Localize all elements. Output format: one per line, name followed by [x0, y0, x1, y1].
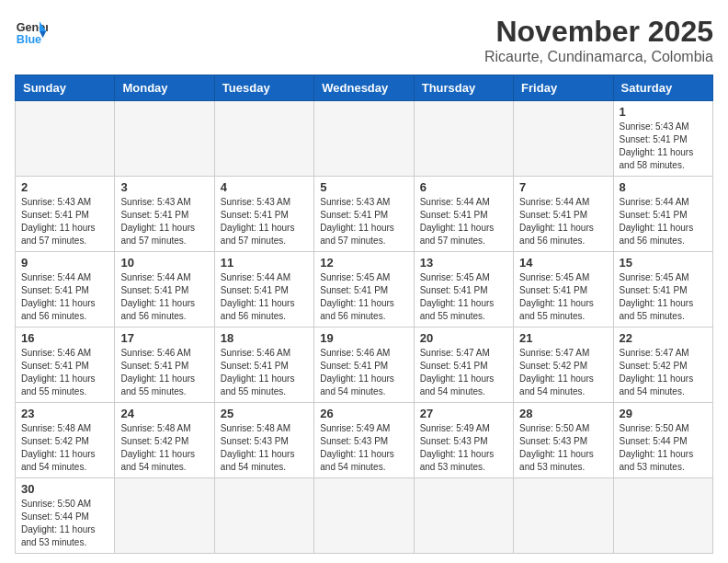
day-info: Sunrise: 5:44 AM Sunset: 5:41 PM Dayligh… [221, 271, 308, 323]
table-row [214, 478, 313, 554]
table-row: 6Sunrise: 5:44 AM Sunset: 5:41 PM Daylig… [414, 177, 513, 252]
header-monday: Monday [115, 75, 214, 101]
title-area: November 2025 Ricaurte, Cundinamarca, Co… [484, 15, 713, 65]
day-info: Sunrise: 5:48 AM Sunset: 5:43 PM Dayligh… [221, 422, 308, 474]
day-info: Sunrise: 5:44 AM Sunset: 5:41 PM Dayligh… [420, 196, 507, 247]
day-info: Sunrise: 5:48 AM Sunset: 5:42 PM Dayligh… [120, 422, 208, 474]
table-row [214, 101, 313, 177]
header-wednesday: Wednesday [314, 75, 414, 101]
month-title: November 2025 [484, 15, 713, 49]
table-row [414, 478, 513, 554]
header-saturday: Saturday [613, 75, 712, 101]
day-info: Sunrise: 5:48 AM Sunset: 5:42 PM Dayligh… [21, 422, 108, 474]
day-number: 2 [21, 180, 108, 194]
day-number: 12 [320, 256, 407, 270]
calendar-week-row: 16Sunrise: 5:46 AM Sunset: 5:41 PM Dayli… [16, 327, 713, 403]
day-number: 9 [21, 256, 108, 270]
table-row: 18Sunrise: 5:46 AM Sunset: 5:41 PM Dayli… [214, 327, 313, 403]
day-number: 30 [21, 482, 108, 496]
day-number: 1 [620, 105, 707, 119]
day-number: 6 [420, 180, 507, 194]
day-info: Sunrise: 5:46 AM Sunset: 5:41 PM Dayligh… [21, 347, 108, 398]
table-row [115, 101, 214, 177]
table-row: 3Sunrise: 5:43 AM Sunset: 5:41 PM Daylig… [115, 177, 214, 252]
day-number: 5 [320, 180, 407, 194]
location: Ricaurte, Cundinamarca, Colombia [484, 49, 713, 65]
day-info: Sunrise: 5:43 AM Sunset: 5:41 PM Dayligh… [120, 196, 208, 247]
day-info: Sunrise: 5:50 AM Sunset: 5:43 PM Dayligh… [519, 422, 607, 474]
day-number: 21 [519, 331, 607, 345]
table-row: 24Sunrise: 5:48 AM Sunset: 5:42 PM Dayli… [115, 403, 214, 478]
table-row: 10Sunrise: 5:44 AM Sunset: 5:41 PM Dayli… [115, 252, 214, 327]
day-info: Sunrise: 5:46 AM Sunset: 5:41 PM Dayligh… [221, 347, 308, 398]
logo: General Blue [15, 15, 48, 48]
day-number: 18 [221, 331, 308, 345]
day-info: Sunrise: 5:45 AM Sunset: 5:41 PM Dayligh… [620, 271, 707, 323]
day-info: Sunrise: 5:49 AM Sunset: 5:43 PM Dayligh… [420, 422, 507, 474]
day-number: 24 [120, 407, 208, 420]
table-row: 9Sunrise: 5:44 AM Sunset: 5:41 PM Daylig… [16, 252, 115, 327]
logo-icon: General Blue [15, 15, 48, 48]
calendar-week-row: 30Sunrise: 5:50 AM Sunset: 5:44 PM Dayli… [16, 478, 713, 554]
day-number: 7 [519, 180, 607, 194]
day-number: 14 [519, 256, 607, 270]
table-row: 22Sunrise: 5:47 AM Sunset: 5:42 PM Dayli… [613, 327, 712, 403]
table-row: 12Sunrise: 5:45 AM Sunset: 5:41 PM Dayli… [314, 252, 414, 327]
header-sunday: Sunday [16, 75, 115, 101]
day-info: Sunrise: 5:44 AM Sunset: 5:41 PM Dayligh… [519, 196, 607, 247]
table-row [115, 478, 214, 554]
day-number: 8 [620, 180, 707, 194]
table-row: 5Sunrise: 5:43 AM Sunset: 5:41 PM Daylig… [314, 177, 414, 252]
day-info: Sunrise: 5:46 AM Sunset: 5:41 PM Dayligh… [120, 347, 208, 398]
header-thursday: Thursday [414, 75, 513, 101]
day-number: 28 [519, 407, 607, 420]
calendar-week-row: 23Sunrise: 5:48 AM Sunset: 5:42 PM Dayli… [16, 403, 713, 478]
page-header: General Blue November 2025 Ricaurte, Cun… [15, 15, 713, 65]
table-row: 21Sunrise: 5:47 AM Sunset: 5:42 PM Dayli… [514, 327, 613, 403]
header-tuesday: Tuesday [214, 75, 313, 101]
day-info: Sunrise: 5:44 AM Sunset: 5:41 PM Dayligh… [120, 271, 208, 323]
day-info: Sunrise: 5:44 AM Sunset: 5:41 PM Dayligh… [21, 271, 108, 323]
day-number: 25 [221, 407, 308, 420]
day-number: 3 [120, 180, 208, 194]
table-row: 17Sunrise: 5:46 AM Sunset: 5:41 PM Dayli… [115, 327, 214, 403]
day-number: 20 [420, 331, 507, 345]
svg-text:Blue: Blue [17, 33, 41, 46]
table-row: 11Sunrise: 5:44 AM Sunset: 5:41 PM Dayli… [214, 252, 313, 327]
calendar-week-row: 1Sunrise: 5:43 AM Sunset: 5:41 PM Daylig… [16, 101, 713, 177]
day-info: Sunrise: 5:45 AM Sunset: 5:41 PM Dayligh… [320, 271, 407, 323]
day-number: 17 [120, 331, 208, 345]
day-info: Sunrise: 5:46 AM Sunset: 5:41 PM Dayligh… [320, 347, 407, 398]
table-row: 15Sunrise: 5:45 AM Sunset: 5:41 PM Dayli… [613, 252, 712, 327]
table-row [613, 478, 712, 554]
table-row: 26Sunrise: 5:49 AM Sunset: 5:43 PM Dayli… [314, 403, 414, 478]
day-number: 23 [21, 407, 108, 420]
calendar-week-row: 9Sunrise: 5:44 AM Sunset: 5:41 PM Daylig… [16, 252, 713, 327]
day-info: Sunrise: 5:49 AM Sunset: 5:43 PM Dayligh… [320, 422, 407, 474]
day-info: Sunrise: 5:45 AM Sunset: 5:41 PM Dayligh… [420, 271, 507, 323]
header-friday: Friday [514, 75, 613, 101]
day-info: Sunrise: 5:43 AM Sunset: 5:41 PM Dayligh… [320, 196, 407, 247]
day-info: Sunrise: 5:44 AM Sunset: 5:41 PM Dayligh… [620, 196, 707, 247]
table-row: 1Sunrise: 5:43 AM Sunset: 5:41 PM Daylig… [613, 101, 712, 177]
table-row: 20Sunrise: 5:47 AM Sunset: 5:41 PM Dayli… [414, 327, 513, 403]
day-number: 29 [620, 407, 707, 420]
day-number: 19 [320, 331, 407, 345]
table-row: 29Sunrise: 5:50 AM Sunset: 5:44 PM Dayli… [613, 403, 712, 478]
day-info: Sunrise: 5:50 AM Sunset: 5:44 PM Dayligh… [21, 498, 108, 549]
day-info: Sunrise: 5:45 AM Sunset: 5:41 PM Dayligh… [519, 271, 607, 323]
day-number: 16 [21, 331, 108, 345]
table-row: 14Sunrise: 5:45 AM Sunset: 5:41 PM Dayli… [514, 252, 613, 327]
table-row [514, 478, 613, 554]
day-info: Sunrise: 5:43 AM Sunset: 5:41 PM Dayligh… [21, 196, 108, 247]
calendar-table: Sunday Monday Tuesday Wednesday Thursday… [15, 75, 713, 554]
calendar-header-row: Sunday Monday Tuesday Wednesday Thursday… [16, 75, 713, 101]
table-row: 25Sunrise: 5:48 AM Sunset: 5:43 PM Dayli… [214, 403, 313, 478]
table-row: 23Sunrise: 5:48 AM Sunset: 5:42 PM Dayli… [16, 403, 115, 478]
table-row [314, 101, 414, 177]
table-row: 30Sunrise: 5:50 AM Sunset: 5:44 PM Dayli… [16, 478, 115, 554]
table-row: 13Sunrise: 5:45 AM Sunset: 5:41 PM Dayli… [414, 252, 513, 327]
day-number: 22 [620, 331, 707, 345]
day-number: 26 [320, 407, 407, 420]
table-row [514, 101, 613, 177]
